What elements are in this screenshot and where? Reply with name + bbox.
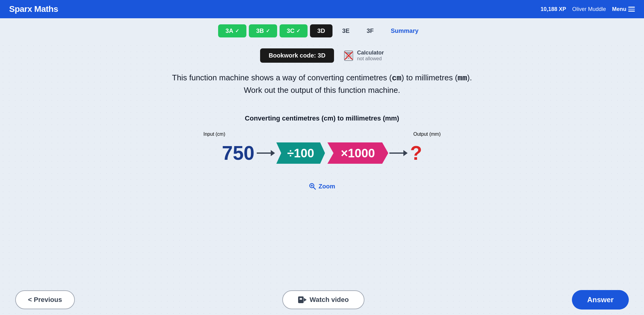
tab-3F-label: 3F xyxy=(367,27,374,34)
calculator-sublabel: not allowed xyxy=(357,56,384,61)
header: Sparx Maths 10,188 XP Oliver Muddle Menu xyxy=(0,0,644,18)
calculator-icon xyxy=(343,50,354,61)
calculator-text: Calculator not allowed xyxy=(357,50,384,61)
tab-3D[interactable]: 3D xyxy=(310,24,332,37)
tab-3A-check: ✓ xyxy=(235,28,239,34)
calculator-label: Calculator xyxy=(357,50,384,56)
tab-3B-label: 3B xyxy=(256,27,264,34)
svg-rect-19 xyxy=(300,298,302,300)
xp-display: 10,188 XP xyxy=(541,6,566,12)
zoom-icon xyxy=(309,183,316,190)
tab-3A-label: 3A xyxy=(225,27,233,34)
tab-3A[interactable]: 3A ✓ xyxy=(218,24,246,37)
menu-button[interactable]: Menu xyxy=(612,6,635,12)
op-multiply-box: ×1000 xyxy=(327,142,388,164)
video-icon xyxy=(298,296,307,303)
machine-row: 750 ÷100 ×1000 ? xyxy=(222,142,422,164)
op-multiply-label: ×1000 xyxy=(341,146,375,160)
arrow-2-icon xyxy=(389,147,408,159)
arrow-1-icon xyxy=(257,147,275,159)
hamburger-icon xyxy=(628,7,635,12)
op-divide-label: ÷100 xyxy=(287,146,314,160)
svg-line-15 xyxy=(314,187,316,190)
tab-navigation: 3A ✓ 3B ✓ 3C ✓ 3D 3E 3F Summary xyxy=(0,18,644,42)
io-labels: Input (cm) Output (mm) xyxy=(204,131,441,137)
tab-3C-label: 3C xyxy=(287,27,295,34)
header-right: 10,188 XP Oliver Muddle Menu xyxy=(541,6,635,12)
menu-label: Menu xyxy=(612,6,626,12)
input-value: 750 xyxy=(222,142,255,164)
calculator-info: Calculator not allowed xyxy=(343,50,384,61)
user-name: Oliver Muddle xyxy=(572,6,606,12)
svg-marker-11 xyxy=(271,150,275,156)
tab-3C-check: ✓ xyxy=(296,28,300,34)
watch-video-button[interactable]: Watch video xyxy=(282,290,365,309)
input-label: Input (cm) xyxy=(204,131,225,137)
info-row: Bookwork code: 3D Calculator not allowed xyxy=(260,48,384,63)
tab-3B-check: ✓ xyxy=(266,28,270,34)
output-value: ? xyxy=(410,142,422,164)
svg-rect-2 xyxy=(346,55,347,57)
watch-video-label: Watch video xyxy=(310,296,349,304)
bookwork-badge: Bookwork code: 3D xyxy=(260,48,334,63)
answer-button[interactable]: Answer xyxy=(572,290,629,310)
tab-3F[interactable]: 3F xyxy=(359,24,381,37)
tab-3E[interactable]: 3E xyxy=(335,24,357,37)
svg-rect-6 xyxy=(348,58,349,59)
machine-title: Converting centimetres (cm) to millimetr… xyxy=(245,114,399,122)
op-divide-box: ÷100 xyxy=(276,142,325,164)
tab-summary-label: Summary xyxy=(391,27,418,34)
svg-marker-13 xyxy=(403,150,408,156)
tab-3E-label: 3E xyxy=(342,27,350,34)
function-machine: Converting centimetres (cm) to millimetr… xyxy=(185,108,459,170)
output-label: Output (mm) xyxy=(413,131,441,137)
bottom-bar: < Previous Watch video Answer xyxy=(0,285,644,315)
main-content: Bookwork code: 3D Calculator not allowed xyxy=(0,42,644,190)
previous-button[interactable]: < Previous xyxy=(15,290,75,309)
answer-label: Answer xyxy=(587,296,614,304)
tab-3D-label: 3D xyxy=(317,27,325,34)
svg-rect-4 xyxy=(350,55,352,57)
zoom-label: Zoom xyxy=(319,183,335,190)
previous-label: < Previous xyxy=(28,296,62,304)
question-text-1: This function machine shows a way of con… xyxy=(172,72,472,96)
svg-marker-20 xyxy=(304,298,307,302)
tab-summary[interactable]: Summary xyxy=(383,24,426,37)
app-logo: Sparx Maths xyxy=(9,4,58,14)
zoom-button[interactable]: Zoom xyxy=(309,183,335,190)
tab-3C[interactable]: 3C ✓ xyxy=(280,24,308,37)
tab-3B[interactable]: 3B ✓ xyxy=(249,24,277,37)
